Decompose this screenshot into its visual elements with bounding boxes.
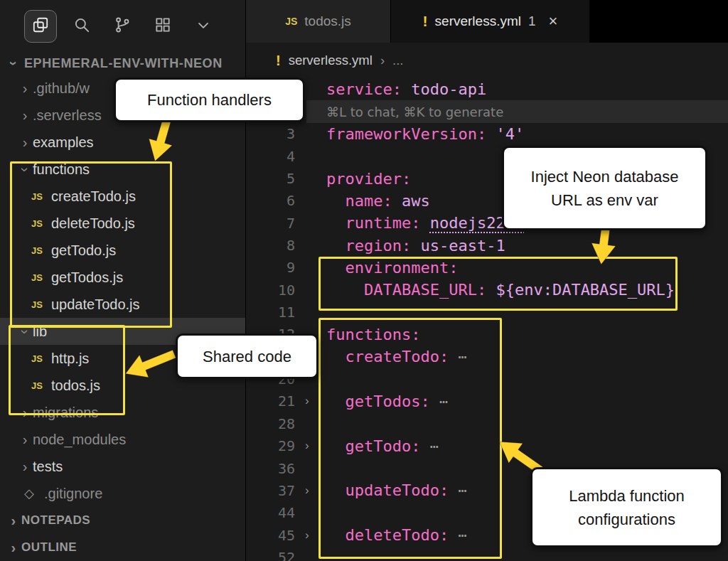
code-token: :: [439, 481, 459, 499]
close-tab-icon[interactable]: ×: [549, 12, 558, 31]
code-token: updateTodo: [345, 481, 439, 499]
code-token: us-east-1: [420, 237, 505, 255]
code-token: :: [420, 392, 439, 410]
code-line-29[interactable]: 29›getTodo: ⋯: [246, 435, 728, 457]
line-number: 21: [246, 392, 298, 410]
fold-chevron-icon[interactable]: ›: [298, 483, 326, 498]
item-label: getTodos.js: [51, 269, 123, 286]
code-line-content: region: us-east-1: [326, 237, 728, 255]
line-number: 6: [246, 192, 298, 209]
code-token: :: [402, 170, 411, 188]
item-label: OUTLINE: [21, 540, 77, 555]
line-number: 45: [246, 527, 298, 544]
js-file-icon: JS: [31, 299, 51, 310]
js-file-icon: JS: [31, 380, 51, 391]
sidebar-item-createtodo-js[interactable]: JScreateTodo.js: [0, 183, 245, 210]
code-line-10[interactable]: 10DATABASE_URL: ${env:DATABASE_URL}: [246, 279, 728, 301]
sidebar-item-gettodos-js[interactable]: JSgetTodos.js: [0, 264, 245, 291]
serverless-file-icon: !: [423, 13, 428, 30]
sidebar-item-node-modules[interactable]: ›node_modules: [0, 426, 245, 453]
js-file-icon: JS: [285, 16, 297, 27]
code-token: :: [382, 192, 402, 210]
sidebar-item-migrations[interactable]: ›migrations: [0, 399, 245, 426]
item-label: deleteTodo.js: [51, 215, 135, 232]
sidebar-item-gettodo-js[interactable]: JSgetTodo.js: [0, 237, 245, 264]
code-token: runtime: [345, 214, 411, 232]
code-line-11[interactable]: 11: [246, 301, 728, 323]
activity-source-control-button[interactable]: [107, 11, 138, 42]
extensions-icon: [154, 16, 172, 37]
activity-bar: [0, 0, 245, 53]
breadcrumb-file[interactable]: serverless.yml: [289, 53, 373, 68]
code-line-content: service: todo-api: [326, 80, 728, 98]
search-icon: [73, 16, 91, 37]
breadcrumb[interactable]: ! serverless.yml › ...: [246, 43, 728, 78]
sidebar-item-examples[interactable]: ›examples: [0, 129, 245, 156]
sidebar-item-tests[interactable]: ›tests: [0, 453, 245, 480]
fold-chevron-icon[interactable]: ›: [298, 439, 326, 453]
sidebar-item-functions[interactable]: ›functions: [0, 156, 245, 183]
code-line-21[interactable]: 21›getTodos: ⋯: [246, 390, 728, 412]
tab-todos-js[interactable]: JStodos.js: [246, 0, 391, 43]
annotation-lambda-configs: Lambda function configurations: [530, 467, 723, 547]
code-line-2[interactable]: 2⌘L to chat, ⌘K to generate: [246, 100, 728, 122]
item-label: http.js: [51, 351, 89, 367]
chevron-right-icon: ›: [6, 540, 21, 556]
annotation-shared-code: Shared code: [176, 333, 318, 379]
activity-chevron-down-button[interactable]: [188, 11, 219, 42]
code-token: :: [402, 237, 421, 255]
code-token: :: [439, 526, 459, 544]
code-token: ⋯: [439, 393, 449, 410]
line-number: 3: [246, 125, 298, 142]
chevron-down-icon: ›: [6, 56, 22, 72]
tab-label: serverless.yml: [435, 14, 521, 29]
sidebar-section-outline[interactable]: ›OUTLINE: [0, 534, 245, 561]
activity-files-button[interactable]: [24, 10, 57, 43]
annotation-text: Inject Neon database: [531, 165, 679, 188]
activity-extensions-button[interactable]: [147, 11, 178, 42]
files-icon: [31, 16, 50, 37]
project-root-header[interactable]: › EPHEMERAL-ENV-WITH-NEON: [0, 53, 245, 75]
annotation-text: Lambda function: [569, 484, 685, 508]
js-file-icon: JS: [31, 245, 51, 256]
line-number: 29: [246, 437, 298, 454]
chevron-right-icon: ›: [17, 405, 33, 421]
line-number: 36: [246, 460, 298, 477]
fold-chevron-icon[interactable]: ›: [298, 528, 326, 543]
code-line-28[interactable]: 28: [246, 412, 728, 434]
item-label: tests: [33, 459, 63, 475]
chevron-down-icon: ›: [17, 324, 33, 339]
code-line-3[interactable]: 3frameworkVersion: '4': [246, 123, 728, 145]
code-token: frameworkVersion: [326, 125, 477, 143]
breadcrumb-separator-icon: ›: [380, 53, 385, 68]
item-label: migrations: [33, 405, 98, 421]
serverless-file-icon: !: [276, 53, 281, 69]
sidebar-item-gitignore[interactable]: ◇.gitignore: [0, 480, 245, 507]
js-file-icon: JS: [31, 218, 51, 229]
code-line-9[interactable]: 9environment:: [246, 257, 728, 279]
item-label: todos.js: [51, 378, 100, 394]
sidebar-section-notepads[interactable]: ›NOTEPADS: [0, 507, 245, 534]
fold-chevron-icon[interactable]: ›: [298, 394, 326, 408]
activity-search-button[interactable]: [66, 11, 97, 42]
code-line-8[interactable]: 8region: us-east-1: [246, 234, 728, 256]
code-token: ⋯: [458, 527, 468, 544]
code-line-1[interactable]: 1service: todo-api: [246, 78, 728, 100]
annotation-text: URL as env var: [551, 188, 658, 212]
tab-serverless-yml[interactable]: !serverless.yml1×: [391, 0, 590, 43]
item-label: NOTEPADS: [21, 513, 90, 528]
code-line-52[interactable]: 52: [246, 546, 728, 561]
annotation-text: Function handlers: [147, 88, 272, 112]
sidebar-item-deletetodo-js[interactable]: JSdeleteTodo.js: [0, 210, 245, 237]
line-number: 28: [246, 415, 298, 432]
js-file-icon: JS: [31, 353, 51, 364]
line-number: 44: [246, 504, 298, 521]
item-label: getTodo.js: [51, 242, 116, 259]
sidebar-item-updatetodo-js[interactable]: JSupdateTodo.js: [0, 291, 245, 318]
annotation-function-handlers: Function handlers: [114, 78, 305, 122]
annotation-text: Shared code: [203, 345, 291, 368]
code-token: functions: [326, 326, 411, 343]
tab-badge: 1: [528, 14, 536, 29]
code-token: ⋯: [458, 482, 468, 499]
breadcrumb-more[interactable]: ...: [392, 53, 403, 68]
